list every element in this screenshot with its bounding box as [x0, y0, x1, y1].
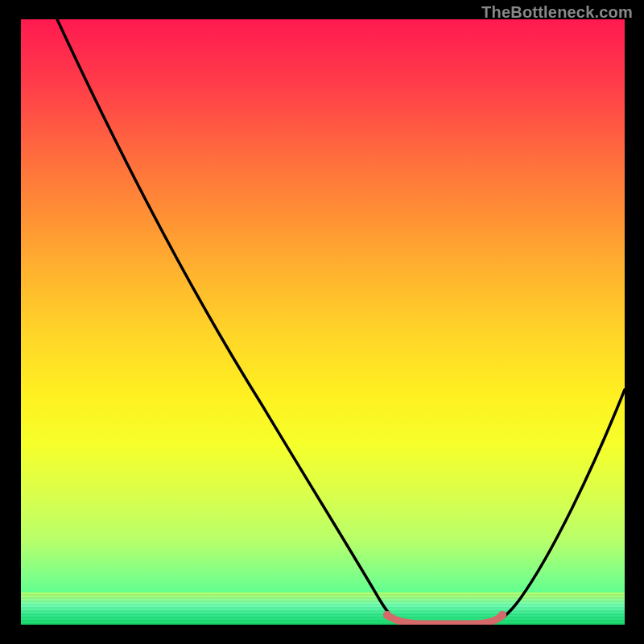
bottleneck-curve-path [57, 19, 625, 623]
plot-area [21, 19, 625, 625]
chart-stage: TheBottleneck.com [0, 0, 644, 644]
watermark-label: TheBottleneck.com [481, 3, 633, 22]
curve-layer [21, 19, 625, 625]
flat-zone-highlight-path [387, 615, 502, 624]
highlight-dot-left [383, 611, 391, 619]
highlight-dot-right [498, 611, 506, 619]
